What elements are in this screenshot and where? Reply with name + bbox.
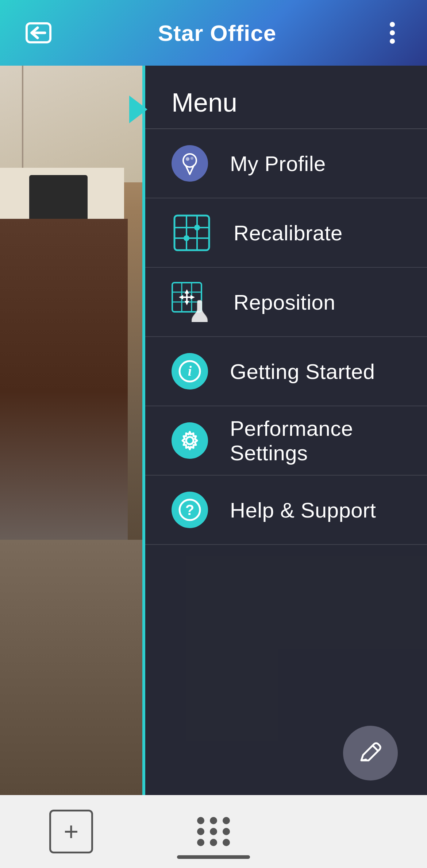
- main-content: Menu My Profile: [0, 66, 427, 795]
- nav-grid-button[interactable]: [184, 806, 243, 857]
- help-support-label: Help & Support: [230, 498, 376, 522]
- my-profile-icon-wrap: [172, 145, 208, 182]
- fab-button[interactable]: [343, 726, 398, 780]
- svg-marker-21: [179, 295, 183, 299]
- photo-wall-edge: [22, 66, 23, 182]
- menu-arrow-indicator: [129, 96, 147, 123]
- menu-panel: Menu My Profile: [142, 66, 427, 795]
- reposition-label: Reposition: [234, 290, 335, 314]
- svg-rect-5: [174, 216, 209, 250]
- svg-point-10: [194, 225, 200, 230]
- menu-item-performance-settings[interactable]: Performance Settings: [142, 406, 427, 476]
- performance-settings-icon-wrap: [172, 422, 208, 459]
- svg-point-3: [186, 157, 189, 161]
- header: Star Office: [0, 0, 427, 66]
- svg-point-33: [197, 828, 204, 835]
- gear-icon: [178, 429, 202, 453]
- recalibrate-icon: [173, 214, 211, 252]
- back-icon: [24, 21, 53, 45]
- svg-point-37: [210, 839, 217, 846]
- help-icon: ?: [178, 498, 202, 522]
- photo-device: [29, 175, 88, 222]
- more-button[interactable]: [380, 18, 405, 47]
- photo-wall: [0, 66, 142, 182]
- app-title: Star Office: [158, 20, 277, 46]
- edit-icon: [356, 739, 385, 768]
- menu-item-reposition[interactable]: Reposition: [142, 268, 427, 337]
- camera-preview: [0, 66, 142, 795]
- svg-point-35: [223, 828, 230, 835]
- dot-1: [390, 22, 395, 27]
- menu-item-getting-started[interactable]: i Getting Started: [142, 337, 427, 406]
- svg-point-32: [223, 817, 230, 824]
- svg-point-36: [197, 839, 204, 846]
- back-button[interactable]: [22, 16, 55, 49]
- menu-item-help-support[interactable]: ? Help & Support: [142, 476, 427, 545]
- dot-2: [390, 30, 395, 35]
- icecream-icon: [178, 152, 202, 175]
- svg-point-38: [223, 839, 230, 846]
- svg-point-34: [210, 828, 217, 835]
- recalibrate-label: Recalibrate: [234, 221, 343, 245]
- svg-marker-19: [185, 289, 189, 294]
- menu-item-recalibrate[interactable]: Recalibrate: [142, 198, 427, 268]
- svg-point-4: [191, 157, 193, 160]
- performance-settings-label: Performance Settings: [230, 416, 405, 465]
- menu-title: Menu: [142, 88, 427, 129]
- grid-nav-icon: [193, 813, 234, 850]
- svg-text:?: ?: [185, 502, 194, 518]
- svg-point-11: [184, 235, 189, 241]
- svg-point-30: [197, 817, 204, 824]
- info-icon: i: [178, 360, 202, 383]
- reposition-icon: [172, 282, 212, 322]
- getting-started-icon-wrap: i: [172, 353, 208, 390]
- svg-marker-20: [185, 301, 189, 305]
- svg-point-31: [210, 817, 217, 824]
- help-support-icon-wrap: ?: [172, 492, 208, 528]
- teal-divider: [142, 66, 145, 795]
- home-indicator: [177, 855, 250, 859]
- getting-started-label: Getting Started: [230, 359, 375, 384]
- nav-add-button[interactable]: +: [42, 806, 100, 857]
- reposition-icon-wrap: [172, 282, 212, 322]
- menu-item-my-profile[interactable]: My Profile: [142, 129, 427, 198]
- recalibrate-icon-wrap: [172, 213, 212, 253]
- dot-3: [390, 39, 395, 44]
- photo-floor: [0, 540, 142, 795]
- svg-text:i: i: [188, 363, 192, 379]
- my-profile-label: My Profile: [230, 151, 326, 176]
- svg-line-28: [372, 745, 378, 751]
- svg-marker-22: [191, 295, 195, 299]
- add-icon: +: [49, 810, 93, 853]
